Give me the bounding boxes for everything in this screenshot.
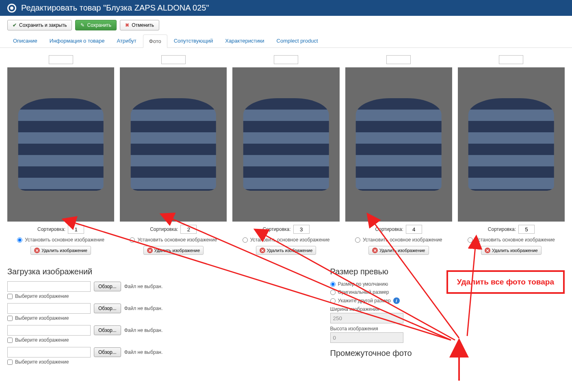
upload-column: Загрузка изображений Обзор...Файл не выб…	[7, 262, 314, 369]
upload-heading: Загрузка изображений	[7, 267, 314, 276]
product-image-2	[120, 67, 227, 222]
tab-related[interactable]: Сопутствующий	[168, 34, 219, 47]
save-close-label: Сохранить и закрыть	[19, 22, 67, 28]
sort-input-2[interactable]	[180, 225, 197, 234]
cancel-label: Отменить	[132, 22, 154, 28]
tab-complect[interactable]: Complect product	[271, 34, 324, 47]
file-path-2[interactable]	[7, 303, 91, 314]
product-image-1	[7, 67, 114, 222]
delete-icon: ✕	[372, 248, 378, 253]
delete-icon: ✕	[34, 248, 40, 253]
page-header: Редактировать товар "Блузка ZAPS ALDONA …	[0, 0, 572, 16]
save-button[interactable]: ✎ Сохранить	[75, 20, 117, 30]
page-title: Редактировать товар "Блузка ZAPS ALDONA …	[21, 3, 209, 13]
product-image-5	[458, 67, 565, 222]
delete-icon: ✕	[260, 248, 265, 253]
product-image-4	[345, 67, 452, 222]
photo-item-1: Сортировка: Установить основное изображе…	[7, 55, 114, 255]
select-image-4[interactable]: Выберите изображение	[7, 359, 314, 365]
cancel-icon: ✖	[125, 22, 129, 28]
select-image-2[interactable]: Выберите изображение	[7, 315, 314, 321]
sort-input-5[interactable]	[518, 225, 535, 234]
width-input[interactable]	[330, 313, 403, 323]
product-image-3	[232, 67, 339, 222]
target-icon	[7, 4, 16, 13]
photo-item-4: Сортировка: Установить основное изображе…	[345, 55, 452, 255]
width-label: Ширина изображения	[330, 306, 565, 312]
file-path-4[interactable]	[7, 347, 91, 358]
delete-icon: ✕	[485, 248, 490, 253]
photo-top-input[interactable]	[386, 55, 411, 64]
delete-all-label: Удалить все фото товара	[457, 278, 554, 286]
size-custom[interactable]: Укажите другой размерi	[330, 297, 565, 304]
sort-input-4[interactable]	[406, 225, 422, 234]
tab-bar: Описание Информация о товаре Атрибут Фот…	[0, 34, 572, 48]
delete-image-4[interactable]: ✕Удалить изображение	[368, 246, 429, 255]
delete-image-2[interactable]: ✕Удалить изображение	[143, 246, 204, 255]
tab-specs[interactable]: Характеристики	[219, 34, 270, 47]
set-main-3[interactable]: Установить основное изображение	[243, 237, 330, 243]
delete-image-5[interactable]: ✕Удалить изображение	[481, 246, 542, 255]
file-status-2: Файл не выбран.	[124, 306, 163, 311]
sort-input-3[interactable]	[293, 225, 310, 234]
file-status-1: Файл не выбран.	[124, 284, 163, 289]
set-main-5[interactable]: Установить основное изображение	[468, 237, 555, 243]
photo-item-3: Сортировка: Установить основное изображе…	[232, 55, 339, 255]
cancel-button[interactable]: ✖ Отменить	[120, 20, 159, 30]
info-icon: i	[393, 297, 400, 304]
intermediate-heading: Промежуточное фото	[330, 349, 565, 358]
browse-button-1[interactable]: Обзор...	[94, 282, 121, 291]
save-label: Сохранить	[87, 22, 111, 28]
edit-icon: ✎	[80, 22, 84, 28]
file-path-1[interactable]	[7, 281, 91, 292]
browse-button-2[interactable]: Обзор...	[94, 304, 121, 313]
file-status-4: Файл не выбран.	[124, 349, 163, 355]
tab-photo[interactable]: Фото	[143, 34, 167, 48]
delete-image-3[interactable]: ✕Удалить изображение	[256, 246, 316, 255]
browse-button-4[interactable]: Обзор...	[94, 347, 121, 357]
preview-column: Размер превью Размер по умолчанию Оригин…	[330, 262, 565, 369]
delete-all-highlight[interactable]: Удалить все фото товара	[446, 270, 565, 294]
check-icon: ✔	[13, 22, 17, 28]
action-toolbar: ✔ Сохранить и закрыть ✎ Сохранить ✖ Отме…	[0, 16, 572, 34]
photo-grid: Сортировка: Установить основное изображе…	[0, 48, 572, 262]
sort-label: Сортировка:	[37, 226, 65, 232]
height-input[interactable]	[330, 332, 403, 343]
select-image-3[interactable]: Выберите изображение	[7, 337, 314, 343]
tab-description[interactable]: Описание	[7, 34, 43, 47]
set-main-1[interactable]: Установить основное изображение	[17, 237, 104, 243]
photo-item-5: Сортировка: Установить основное изображе…	[458, 55, 565, 255]
browse-button-3[interactable]: Обзор...	[94, 325, 121, 335]
photo-top-input[interactable]	[161, 55, 186, 64]
set-main-4[interactable]: Установить основное изображение	[355, 237, 442, 243]
height-label: Высота изображения	[330, 326, 565, 332]
tab-info[interactable]: Информация о товаре	[44, 34, 110, 47]
photo-item-2: Сортировка: Установить основное изображе…	[120, 55, 227, 255]
select-image-1[interactable]: Выберите изображение	[7, 293, 314, 299]
set-main-2[interactable]: Установить основное изображение	[130, 237, 217, 243]
photo-top-input[interactable]	[274, 55, 298, 64]
save-close-button[interactable]: ✔ Сохранить и закрыть	[7, 20, 72, 30]
photo-top-input[interactable]	[49, 55, 73, 64]
photo-top-input[interactable]	[499, 55, 523, 64]
file-path-3[interactable]	[7, 325, 91, 336]
lower-section: Загрузка изображений Обзор...Файл не выб…	[0, 262, 572, 381]
delete-icon: ✕	[147, 248, 153, 253]
file-status-3: Файл не выбран.	[124, 327, 163, 333]
delete-image-1[interactable]: ✕Удалить изображение	[30, 246, 91, 255]
tab-attribute[interactable]: Атрибут	[111, 34, 142, 47]
sort-input-1[interactable]	[68, 225, 84, 234]
